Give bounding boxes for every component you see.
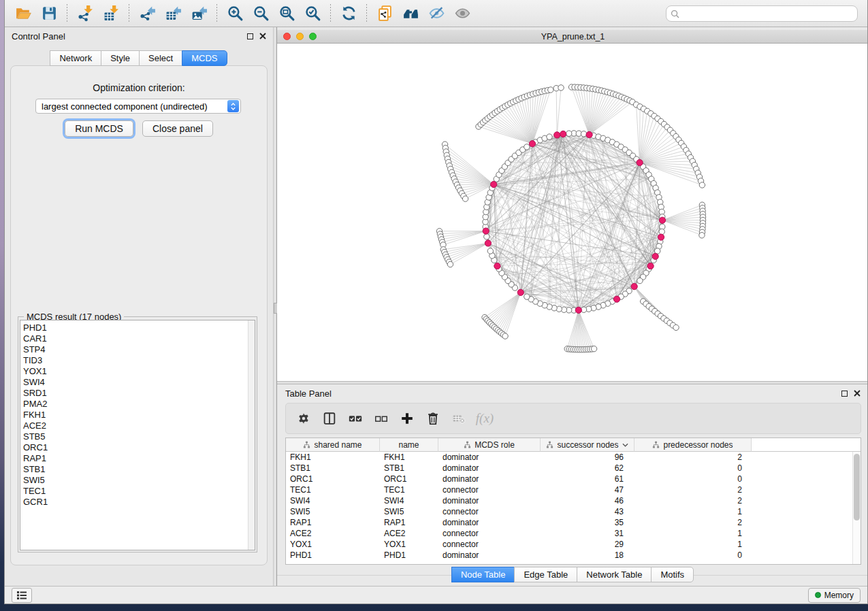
cell-predecessor-nodes[interactable]: 2: [634, 485, 752, 495]
cell-shared-name[interactable]: RAP1: [286, 518, 380, 527]
export-table-button[interactable]: [160, 3, 186, 24]
table-row[interactable]: ORC1 ORC1 dominator 61 0: [286, 474, 861, 484]
cell-mcds-role[interactable]: dominator: [438, 452, 541, 462]
table-tab[interactable]: Edge Table: [514, 567, 577, 582]
cell-shared-name[interactable]: FKH1: [286, 452, 380, 462]
cell-mcds-role[interactable]: connector: [438, 485, 541, 495]
close-panel-icon[interactable]: [259, 33, 266, 39]
minimize-window-icon[interactable]: [296, 33, 304, 40]
cell-predecessor-nodes[interactable]: 0: [634, 474, 752, 484]
mcds-result-node[interactable]: CAR1: [23, 333, 255, 344]
zoom-selected-button[interactable]: [300, 3, 325, 24]
control-panel-tab[interactable]: Select: [139, 50, 182, 66]
cell-name[interactable]: STB1: [380, 463, 438, 473]
network-graph[interactable]: [277, 44, 868, 382]
cell-mcds-role[interactable]: connector: [438, 507, 541, 516]
cell-successor-nodes[interactable]: 96: [541, 452, 634, 462]
mcds-result-node[interactable]: STB1: [23, 464, 255, 475]
float-panel-icon[interactable]: [247, 33, 253, 39]
cell-shared-name[interactable]: PHD1: [286, 550, 380, 560]
search-field[interactable]: [666, 5, 858, 22]
mcds-result-node[interactable]: TEC1: [23, 486, 255, 497]
search-input[interactable]: [679, 7, 857, 20]
column-header[interactable]: name: [380, 438, 438, 452]
table-row[interactable]: YOX1 YOX1 connector 29 1: [286, 539, 861, 550]
unselect-all-columns-button[interactable]: [370, 408, 392, 429]
apply-layout-button[interactable]: [336, 3, 361, 24]
cell-predecessor-nodes[interactable]: 1: [634, 529, 752, 538]
mcds-result-node[interactable]: YOX1: [23, 366, 255, 377]
mcds-result-node[interactable]: PHD1: [23, 323, 255, 333]
cell-successor-nodes[interactable]: 18: [541, 550, 634, 560]
delete-columns-button[interactable]: [422, 408, 444, 429]
cell-shared-name[interactable]: ACE2: [286, 529, 380, 538]
cell-shared-name[interactable]: SWI4: [286, 496, 380, 506]
cell-shared-name[interactable]: ORC1: [286, 474, 380, 484]
function-builder-button[interactable]: f(x): [474, 408, 496, 429]
cell-mcds-role[interactable]: connector: [438, 540, 541, 549]
show-all-button[interactable]: [449, 3, 475, 24]
mcds-result-node[interactable]: STB5: [23, 431, 255, 442]
mcds-result-node[interactable]: STP4: [23, 344, 255, 355]
close-panel-icon[interactable]: [854, 390, 861, 397]
mcds-result-list[interactable]: PHD1CAR1STP4TID3YOX1SWI4SRD1PMA2FKH1ACE2…: [20, 320, 255, 550]
cell-name[interactable]: ORC1: [380, 474, 438, 484]
cell-mcds-role[interactable]: dominator: [438, 518, 541, 527]
table-row[interactable]: RAP1 RAP1 dominator 35 2: [286, 517, 861, 528]
float-panel-icon[interactable]: [841, 391, 848, 397]
zoom-fit-button[interactable]: [274, 3, 300, 24]
cell-successor-nodes[interactable]: 43: [541, 507, 634, 516]
cell-name[interactable]: YOX1: [380, 540, 438, 549]
network-window-titlebar[interactable]: YPA_prune.txt_1: [277, 30, 868, 44]
close-panel-button[interactable]: Close panel: [142, 120, 213, 137]
optimization-criterion-select[interactable]: largest connected component (undirected): [35, 99, 241, 114]
table-tab[interactable]: Motifs: [651, 567, 694, 582]
cell-successor-nodes[interactable]: 35: [541, 518, 634, 527]
column-header[interactable]: shared name: [286, 438, 380, 452]
show-column-panel-button[interactable]: [319, 408, 340, 429]
maximize-window-icon[interactable]: [309, 33, 317, 40]
task-history-button[interactable]: [12, 588, 32, 603]
cell-successor-nodes[interactable]: 61: [541, 474, 634, 484]
select-all-columns-button[interactable]: [344, 408, 366, 429]
control-panel-tab[interactable]: MCDS: [182, 50, 227, 66]
cell-mcds-role[interactable]: dominator: [438, 474, 541, 484]
column-header[interactable]: successor nodes: [541, 438, 634, 452]
cell-successor-nodes[interactable]: 29: [541, 540, 634, 549]
create-column-button[interactable]: [396, 408, 418, 429]
mcds-list-scrollbar[interactable]: [248, 320, 255, 550]
memory-button[interactable]: Memory: [808, 588, 861, 603]
control-panel-tab[interactable]: Style: [101, 50, 140, 66]
run-mcds-button[interactable]: Run MCDS: [65, 120, 133, 137]
cell-name[interactable]: TEC1: [380, 485, 438, 495]
cell-name[interactable]: SWI5: [380, 507, 438, 516]
mcds-result-node[interactable]: PMA2: [23, 399, 255, 410]
cell-predecessor-nodes[interactable]: 0: [634, 463, 752, 473]
table-row[interactable]: STB1 STB1 dominator 62 0: [286, 463, 861, 474]
table-row[interactable]: ACE2 ACE2 connector 31 1: [286, 528, 861, 539]
table-tab[interactable]: Network Table: [577, 567, 652, 582]
hide-selected-button[interactable]: [423, 3, 449, 24]
cell-name[interactable]: PHD1: [380, 550, 438, 560]
table-row[interactable]: FKH1 FKH1 dominator 96 2: [286, 452, 861, 463]
export-network-button[interactable]: [134, 3, 160, 24]
control-panel-tab[interactable]: Network: [50, 50, 101, 66]
cell-name[interactable]: SWI4: [380, 496, 438, 506]
mcds-result-node[interactable]: SWI4: [23, 377, 255, 388]
table-row[interactable]: SWI4 SWI4 dominator 46 2: [286, 495, 861, 506]
mcds-result-node[interactable]: ORC1: [23, 442, 255, 453]
mcds-result-node[interactable]: FKH1: [23, 410, 255, 420]
mcds-result-node[interactable]: RAP1: [23, 453, 255, 464]
open-session-button[interactable]: [10, 3, 36, 24]
cell-mcds-role[interactable]: connector: [438, 529, 541, 538]
cell-successor-nodes[interactable]: 31: [541, 529, 634, 538]
cell-successor-nodes[interactable]: 62: [541, 463, 634, 473]
column-settings-button[interactable]: [293, 408, 315, 429]
delete-table-button[interactable]: [448, 408, 470, 429]
import-table-button[interactable]: [98, 3, 124, 24]
mcds-result-node[interactable]: SWI5: [23, 475, 255, 486]
zoom-out-button[interactable]: [248, 3, 274, 24]
table-row[interactable]: TEC1 TEC1 connector 47 2: [286, 484, 861, 495]
table-tab[interactable]: Node Table: [451, 567, 515, 582]
import-network-button[interactable]: [72, 3, 98, 24]
